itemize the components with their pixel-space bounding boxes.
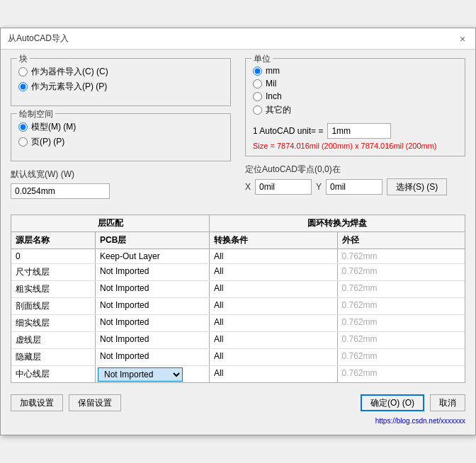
block-component-option[interactable]: 作为器件导入(C) (C) [18, 66, 223, 78]
left-header-subs: 源层名称 PCB层 [11, 232, 209, 248]
locate-label: 定位AutoCAD零点(0,0)在 [245, 164, 465, 176]
locate-row: X Y 选择(S) (S) [245, 178, 465, 195]
default-width-section: 默认线宽(W) (W) 0.0254mm [11, 168, 231, 199]
block-element-radio[interactable] [18, 82, 28, 91]
y-label: Y [316, 182, 322, 192]
outer-cell: 0.762mm [338, 315, 465, 331]
left-header-group: 层匹配 源层名称 PCB层 [11, 215, 210, 248]
unit-mm-option[interactable]: mm [253, 66, 458, 76]
condition-cell: All [210, 332, 338, 348]
outer-cell: 0.762mm [338, 349, 465, 365]
block-group: 块 作为器件导入(C) (C) 作为元素导入(P) (P) [11, 58, 231, 106]
draw-space-group: 绘制空间 模型(M) (M) 页(P) (P) [11, 113, 231, 161]
space-model-option[interactable]: 模型(M) (M) [18, 121, 223, 133]
right-section: 单位 mm Mil [245, 58, 465, 206]
right-header-group: 圆环转换为焊盘 转换条件 外径 [210, 215, 465, 248]
block-element-option[interactable]: 作为元素导入(P) (P) [18, 81, 223, 93]
close-button[interactable]: × [457, 33, 468, 45]
pcb-cell: Not Imported [96, 298, 210, 314]
autocad-unit-input[interactable] [327, 123, 391, 139]
condition-cell: All [210, 264, 338, 280]
pcb-cell: Not Imported [96, 332, 210, 348]
unit-conversion-row: 1 AutoCAD unit= = [253, 123, 458, 139]
block-component-label: 作为器件导入(C) (C) [31, 66, 108, 78]
outer-cell: 0.762mm [338, 264, 465, 280]
x-input[interactable] [255, 179, 312, 195]
table-body: 0 Keep-Out Layer All 0.762mm 尺寸线层 Not Im… [11, 249, 465, 382]
table-row: 细实线层 Not Imported All 0.762mm [11, 315, 465, 332]
window-title: 从AutoCAD导入 [8, 33, 69, 45]
table-row: 尺寸线层 Not Imported All 0.762mm [11, 264, 465, 281]
unit-inch-option[interactable]: Inch [253, 91, 458, 101]
table-row: 剖面线层 Not Imported All 0.762mm [11, 298, 465, 315]
condition-cell: All [210, 249, 338, 263]
pcb-cell: Not Imported [96, 264, 210, 280]
outer-diameter-header: 外径 [338, 232, 465, 248]
unit-group: 单位 mm Mil [245, 58, 465, 156]
source-cell: 剖面线层 [11, 298, 96, 314]
space-page-radio[interactable] [18, 137, 28, 147]
unit-mil-label: Mil [266, 79, 276, 88]
default-width-label: 默认线宽(W) (W) [11, 168, 231, 181]
cancel-button[interactable]: 取消 [430, 394, 465, 411]
pcb-cell-dropdown[interactable]: Not Imported [96, 366, 210, 382]
top-section: 块 作为器件导入(C) (C) 作为元素导入(P) (P) [11, 58, 465, 206]
unit-mil-option[interactable]: Mil [253, 79, 458, 88]
unit-inch-label: Inch [266, 91, 282, 101]
outer-cell: 0.762mm [338, 281, 465, 297]
right-header-subs: 转换条件 外径 [210, 232, 465, 248]
unit-other-radio[interactable] [253, 105, 262, 115]
unit-other-option[interactable]: 其它的 [253, 104, 458, 116]
table-row: 中心线层 Not Imported All 0.762mm [11, 366, 465, 382]
y-input[interactable] [326, 179, 382, 195]
space-model-radio[interactable] [18, 122, 28, 132]
draw-space-options: 模型(M) (M) 页(P) (P) [18, 121, 223, 148]
unit-mil-radio[interactable] [253, 79, 262, 88]
default-width-input[interactable]: 0.0254mm [11, 183, 110, 199]
select-button[interactable]: 选择(S) (S) [387, 178, 447, 195]
table-header: 层匹配 源层名称 PCB层 圆环转换为焊盘 转换条件 外径 [11, 215, 465, 249]
unit-options: mm Mil Inch [253, 66, 458, 150]
layer-match-title: 层匹配 [11, 215, 209, 232]
bottom-left-buttons: 加载设置 保留设置 [11, 394, 121, 411]
title-bar: 从AutoCAD导入 × [1, 28, 475, 50]
unit-group-title: 单位 [251, 53, 273, 65]
space-page-label: 页(P) (P) [31, 136, 64, 148]
outer-cell: 0.762mm [338, 249, 465, 263]
condition-cell: All [210, 315, 338, 331]
table-row: 隐藏层 Not Imported All 0.762mm [11, 349, 465, 366]
source-cell: 细实线层 [11, 315, 96, 331]
unit-radio-group: mm Mil Inch [253, 66, 458, 116]
autocad-unit-label: 1 AutoCAD unit= = [253, 126, 323, 136]
space-page-option[interactable]: 页(P) (P) [18, 136, 223, 148]
condition-cell: All [210, 281, 338, 297]
bottom-buttons: 加载设置 保留设置 确定(O) (O) 取消 [11, 394, 465, 414]
pcb-cell: Keep-Out Layer [96, 249, 210, 263]
annular-title: 圆环转换为焊盘 [210, 215, 465, 232]
source-cell: 中心线层 [11, 366, 96, 382]
block-options: 作为器件导入(C) (C) 作为元素导入(P) (P) [18, 66, 223, 93]
unit-inch-radio[interactable] [253, 92, 262, 101]
unit-mm-radio[interactable] [253, 67, 262, 76]
outer-cell: 0.762mm [338, 332, 465, 348]
layer-table: 层匹配 源层名称 PCB层 圆环转换为焊盘 转换条件 外径 [11, 215, 465, 383]
draw-space-title: 绘制空间 [17, 108, 55, 120]
condition-cell: All [210, 298, 338, 314]
unit-other-label: 其它的 [266, 104, 291, 116]
table-row: 0 Keep-Out Layer All 0.762mm [11, 249, 465, 264]
source-cell: 尺寸线层 [11, 264, 96, 280]
block-component-radio[interactable] [18, 67, 28, 76]
load-settings-button[interactable]: 加载设置 [11, 394, 63, 411]
space-model-label: 模型(M) (M) [31, 121, 76, 133]
save-settings-button[interactable]: 保留设置 [69, 394, 121, 411]
outer-cell: 0.762mm [338, 298, 465, 314]
source-cell: 虚线层 [11, 332, 96, 348]
ok-button[interactable]: 确定(O) (O) [361, 394, 424, 411]
block-group-title: 块 [17, 53, 30, 65]
pcb-layer-header: PCB层 [96, 232, 209, 248]
pcb-layer-select[interactable]: Not Imported [98, 367, 183, 382]
condition-cell: All [210, 349, 338, 365]
main-window: 从AutoCAD导入 × 块 作为器件导入(C) (C) [0, 28, 476, 435]
source-cell: 隐藏层 [11, 349, 96, 365]
condition-cell: All [210, 366, 338, 382]
